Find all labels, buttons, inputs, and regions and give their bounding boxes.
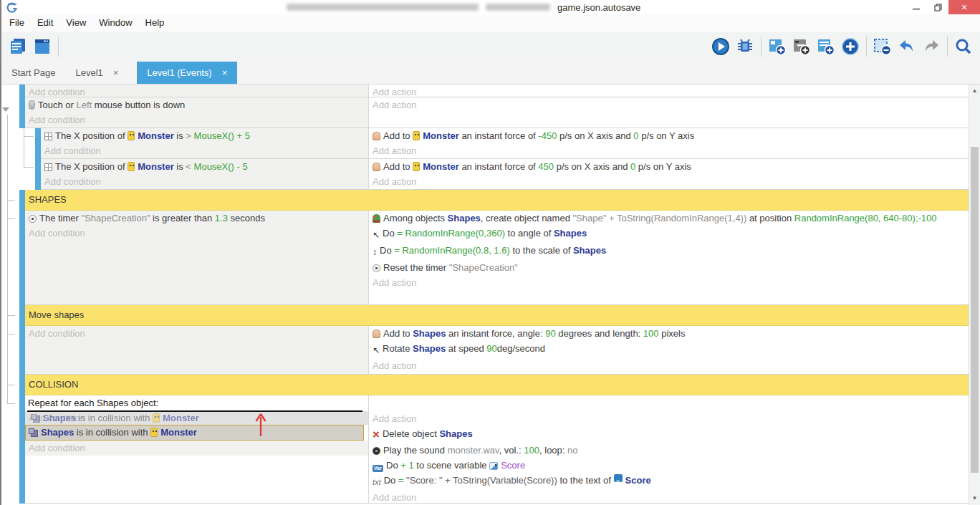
action-row[interactable]: Rotate Shapes at speed 90deg/second [369,341,969,358]
tab-close-icon[interactable]: × [222,67,228,78]
toolbar-separator [58,37,59,57]
add-action-button[interactable]: Add action [369,85,969,97]
action-row[interactable]: Add to Monster an instant force of -450 … [369,128,969,143]
add-condition-label: Add condition [44,176,101,187]
action-row[interactable]: Add to Monster an instant force of 450 p… [369,159,969,174]
minimize-button[interactable] [905,0,927,14]
tab-level1[interactable]: Level1× [65,62,128,84]
event-group-banner[interactable]: Move shapes [25,305,969,326]
action-row[interactable]: Reset the timer "ShapeCreation" [369,260,969,275]
repeat-header[interactable]: Repeat for each Shapes object: [25,395,368,411]
add-action-button[interactable]: Add action [369,143,969,158]
angle-icon [373,227,380,243]
debug-icon [735,37,755,57]
monster-icon [413,131,420,140]
tab-level1-events[interactable]: Level1 (Events)× [137,62,237,84]
event-block: Add condition Add action [1,85,969,97]
add-other-icon [840,37,860,57]
monster-icon [150,428,158,437]
position-icon [44,163,52,171]
condition-row[interactable]: Touch or Left mouse button is down [25,97,368,112]
scrollbar-thumb[interactable] [971,147,979,473]
scroll-down-icon[interactable]: ▼ [969,494,980,504]
monster-icon [128,131,135,140]
blurred-title-text [287,4,479,11]
add-condition-label: Add condition [29,228,85,239]
add-event-button[interactable] [765,34,789,59]
add-condition-button[interactable]: Add condition [25,326,368,341]
tab-close-icon[interactable]: × [113,67,119,78]
menu-help[interactable]: Help [139,14,171,32]
tab-bar: Start Page Level1× Level1 (Events)× [1,62,980,85]
add-action-button[interactable]: Add action [369,490,969,504]
force-icon [373,132,380,140]
condition-row[interactable]: The X position of Monster is > MouseX() … [41,128,368,143]
action-row[interactable]: Do = RandomInRange(0.8, 1.6) to the scal… [369,243,969,260]
event-group-banner[interactable]: COLLISION [25,375,969,395]
action-row[interactable]: Among objects Shapes, create object name… [369,211,969,226]
event-marker-bar [19,190,25,211]
scene-editor-icon [32,37,52,57]
maximize-button[interactable] [927,0,948,14]
action-row[interactable]: Do = RandomInRange(0,360) to angle of Sh… [369,226,969,243]
redo-button[interactable] [919,34,943,59]
project-manager-button[interactable] [6,34,30,59]
event-group: COLLISION [1,375,969,395]
event-marker-bar [19,326,25,375]
drag-arrow-icon [254,412,267,438]
add-action-button[interactable]: Add action [369,275,969,290]
menu-view[interactable]: View [59,14,92,32]
vertical-scrollbar[interactable]: ▲ ▼ [969,85,980,505]
menu-window[interactable]: Window [92,14,138,32]
debug-button[interactable] [733,34,757,59]
event-block: The timer "ShapeCreation" is greater tha… [1,211,969,305]
toolbar-separator [866,37,867,57]
add-condition-button[interactable]: Add condition [25,85,368,97]
sub-event-block: The X position of Monster is < MouseX() … [1,159,969,190]
scene-editor-button[interactable] [30,34,54,59]
action-row[interactable]: Add to Shapes an instant force, angle: 9… [369,326,969,341]
condition-row[interactable]: The X position of Monster is < MouseX() … [41,159,368,174]
tab-start-page[interactable]: Start Page [1,62,65,84]
close-button[interactable]: × [948,0,980,14]
add-action-label: Add action [373,87,416,97]
event-group-banner[interactable]: SHAPES [25,190,969,211]
menu-file[interactable]: File [3,14,31,32]
sound-icon [373,447,380,455]
action-row[interactable]: Play the sound monster.wav, vol.: 100, l… [369,443,969,458]
add-action-button[interactable]: Add action [369,174,969,189]
selected-condition-row[interactable]: Shapes is in collision with Monster [25,425,364,441]
scroll-up-icon[interactable]: ▲ [969,86,980,96]
add-action-button[interactable]: Add action [369,411,969,426]
event-group: SHAPES [1,190,969,211]
add-other-button[interactable] [838,34,863,59]
add-action-button[interactable]: Add action [369,358,969,373]
drag-insertion-line [27,410,362,412]
search-button[interactable] [951,34,976,59]
action-row[interactable]: Do = "Score: " + ToString(Variable(Score… [369,473,969,490]
add-condition-button[interactable]: Add condition [41,174,368,189]
add-comment-button[interactable] [814,34,838,59]
delete-event-button[interactable] [870,34,895,59]
add-condition-button[interactable]: Add condition [41,143,368,158]
menu-edit[interactable]: Edit [31,14,59,32]
add-condition-button[interactable]: Add condition [25,441,368,456]
undo-button[interactable] [895,34,919,59]
shapes-icon [33,415,40,423]
add-condition-button[interactable]: Add condition [25,226,368,241]
add-action-button[interactable]: Add action [369,97,969,112]
action-row[interactable]: Delete object Shapes [369,426,969,443]
ghost-condition-row: Add condition Shapes is in collision wit… [25,411,368,425]
event-block: Touch or Left mouse button is down Add c… [1,97,969,128]
tab-label: Level1 [75,67,102,78]
preview-play-button[interactable] [708,34,733,59]
textobj-icon [614,474,623,482]
condition-row[interactable]: The timer "ShapeCreation" is greater tha… [25,211,368,226]
action-row[interactable]: Do + 1 to scene variable Score [369,458,969,473]
add-condition-label: Add condition [29,87,85,97]
add-condition-label: Add condition [44,145,101,156]
event-marker-bar [19,85,25,97]
add-condition-button[interactable]: Add condition [25,112,368,128]
add-sub-event-button[interactable] [789,34,814,59]
position-icon [44,133,52,140]
